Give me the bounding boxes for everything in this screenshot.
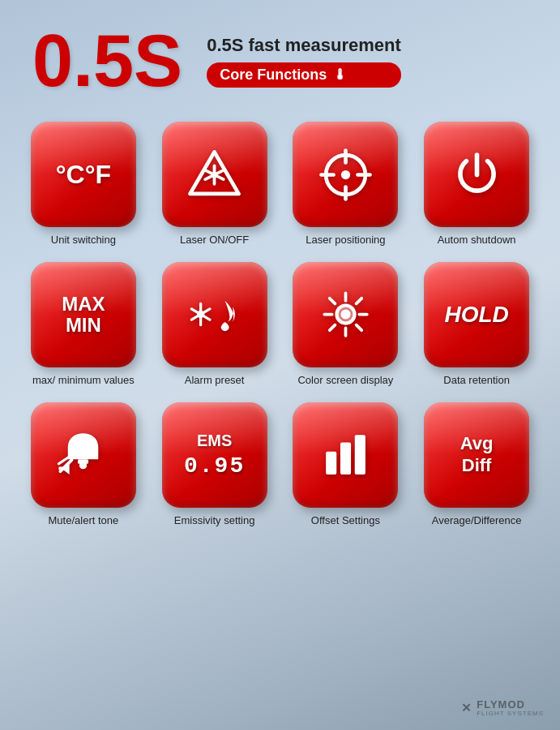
label-max-min: max/ minimum values [32,374,135,388]
badge-label: Core Functions [220,67,327,84]
label-laser-positioning: Laser positioning [306,234,385,247]
label-auto-shutdown: Autom shutdown [438,234,516,247]
icon-box-data-retention: HOLD [424,262,529,367]
icon-box-mute-alert [31,402,136,508]
svg-rect-31 [355,435,365,474]
icon-box-laser-onoff [162,122,267,227]
thermometer-icon: 🌡 [333,67,348,84]
brand-x: ✕ [461,701,472,715]
sun-icon [315,284,376,345]
icon-box-avg-diff: AvgDiff [424,402,529,508]
svg-point-15 [335,304,356,325]
watermark: ✕ FLYMOD FLIGHT SYSTEMS [461,699,544,718]
svg-line-20 [330,298,336,304]
main-container: 0.5S 0.5S fast measurement Core Function… [0,0,560,730]
icon-box-max-min: MAXMIN [31,262,136,367]
icon-cell-alarm-preset: Alarm preset [156,262,274,388]
icon-cell-mute-alert: Mute/alert tone [24,402,143,528]
icon-cell-offset: Offset Settings [287,402,405,528]
ems-value-text: 0.95 [184,453,245,479]
avg-diff-icon: AvgDiff [460,433,494,476]
cf-icon: °C°F [56,161,111,187]
icon-cell-data-retention: HOLD Data retention [417,262,536,388]
icon-box-color-screen [293,262,398,367]
brand-name: FLYMOD [477,699,544,711]
label-mute-alert: Mute/alert tone [49,514,119,528]
header-section: 0.5S 0.5S fast measurement Core Function… [24,24,536,97]
icon-cell-max-min: MAXMIN max/ minimum values [24,262,143,388]
barchart-icon [315,424,376,485]
icon-box-offset [293,402,398,508]
icon-box-auto-shutdown [424,122,529,227]
power-icon [447,144,507,205]
icon-box-alarm-preset [162,262,267,367]
label-data-retention: Data retention [443,374,510,388]
icon-cell-laser-onoff: Laser ON/OFF [156,122,274,247]
label-alarm-preset: Alarm preset [185,374,245,388]
svg-line-21 [357,325,362,331]
laser-onoff-icon [184,144,245,205]
label-offset: Offset Settings [311,514,380,528]
hold-icon: HOLD [444,302,508,328]
mute-icon [53,424,113,485]
crosshair-icon [315,144,376,205]
brand-sub: FLIGHT SYSTEMS [477,711,544,718]
header-right: 0.5S fast measurement Core Functions 🌡 [207,35,401,88]
icon-cell-color-screen: Color screen display [287,262,405,388]
icon-box-unit-switching: °C°F [31,122,136,227]
svg-rect-30 [340,443,351,474]
snowflame-icon [184,284,245,345]
icon-cell-laser-positioning: Laser positioning [287,122,405,247]
label-avg-diff: Average/Difference [432,514,522,528]
svg-line-27 [59,458,68,465]
label-unit-switching: Unit switching [51,234,116,247]
svg-line-22 [357,298,362,304]
maxmin-icon: MAXMIN [62,294,105,337]
svg-point-26 [79,462,87,469]
svg-point-4 [212,171,218,178]
ems-container: EMS 0.95 [184,432,245,479]
core-functions-badge: Core Functions 🌡 [207,62,401,88]
svg-rect-29 [326,452,336,474]
icon-box-emissivity: EMS 0.95 [162,402,267,508]
label-emissivity: Emissivity setting [174,514,255,528]
svg-point-6 [341,170,350,178]
label-color-screen: Color screen display [297,374,393,388]
icon-cell-emissivity: EMS 0.95 Emissivity setting [156,402,274,528]
icon-cell-avg-diff: AvgDiff Average/Difference [417,402,536,528]
icon-cell-unit-switching: °C°F Unit switching [24,122,143,247]
icon-cell-auto-shutdown: Autom shutdown [417,122,536,247]
svg-line-23 [330,325,336,331]
speed-value: 0.5S [32,24,182,97]
measurement-label: 0.5S fast measurement [207,35,401,56]
icon-box-laser-positioning [293,122,398,227]
ems-label-text: EMS [197,432,232,450]
label-laser-onoff: Laser ON/OFF [180,234,249,247]
icon-grid: °C°F Unit switching Laser ON/OFF [24,122,536,528]
